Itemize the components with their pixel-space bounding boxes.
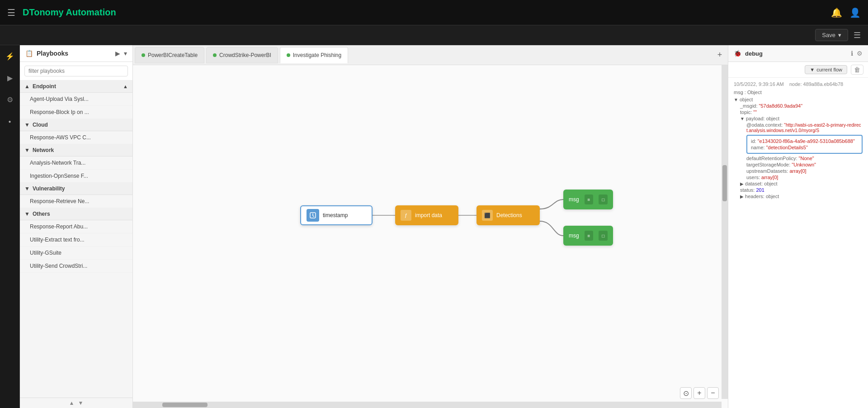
save-dropdown-icon[interactable]: ▾ [838,32,841,38]
tree-payload-children: @odata.context: "http://wabi-us-east2-b-… [740,122,863,180]
collapse-object-icon[interactable]: ▼ [734,97,738,102]
collapse-payload-icon[interactable]: ▼ [740,116,745,121]
add-tab-button[interactable]: + [713,49,726,62]
debug-time: 10/5/2022, 9:39:16 AM [734,81,784,87]
tree-odata-context: @odata.context: "http://wabi-us-east2-b-… [746,122,863,133]
sidebar-category-endpoint[interactable]: ▲ Endpoint ▲ [20,81,132,93]
scroll-thumb-h[interactable] [162,403,208,407]
tree-users-value: array[0] [761,175,778,180]
sidebar-item-ingestion-opnsense[interactable]: Ingestion-OpnSense F... [20,170,132,183]
sidebar-item-utility-gsuite[interactable]: Utility-GSuite [20,247,132,260]
tree-users: users: array[0] [746,175,863,180]
expand-dataset-icon[interactable]: ▶ [740,181,744,186]
tree-payload-root[interactable]: ▼ payload: object [740,116,863,121]
chevron-down-vuln-icon: ▼ [24,185,30,192]
tree-status-value: 201 [756,187,764,193]
filter-icon[interactable]: ⚙ [3,92,17,107]
msg2-square-icon: □ [599,231,608,241]
bell-icon[interactable]: 🔔 [831,7,842,18]
node-msg1[interactable]: msg ≡ □ [563,190,613,209]
canvas-scrollbar-horizontal[interactable] [133,402,722,408]
playbooks-header: 📋 Playbooks ▶ ▾ [20,45,132,62]
current-flow-label: current flow [816,67,842,72]
sidebar-category-network[interactable]: ▼ Network [20,144,132,157]
tree-retention: defaultRetentionPolicy: "None" [746,156,863,161]
tab-crowdstrike-powerbi[interactable]: CrowdStrike-PowerBI [206,47,278,63]
tree-name: name: "detectionDetails5" [751,145,858,150]
debug-info-icon[interactable]: ℹ [851,50,853,57]
play-icon[interactable]: ▶ [3,71,17,85]
sidebar-item-utility-extract[interactable]: Utility-Extract text fro... [20,233,132,247]
debug-panel: 🐞 debug ℹ ⚙ ▼ current flow 🗑 10/5/2022, … [728,45,868,408]
sidebar-category-others[interactable]: ▼ Others [20,208,132,220]
category-label-vulnerability: Vulnerability [33,185,65,192]
delete-debug-button[interactable]: 🗑 [851,65,863,75]
search-input[interactable] [24,66,128,76]
zoom-out-button[interactable]: − [707,387,719,399]
sidebar-item-aws-vpc[interactable]: Response-AWS VPC C... [20,131,132,144]
sidebar-item-response-retrieve[interactable]: Response-Retrieve Ne... [20,195,132,208]
scroll-down-arrow[interactable]: ▼ [78,400,84,406]
category-label-network: Network [33,147,54,153]
node-msg2[interactable]: msg ≡ □ [563,226,613,246]
sidebar-category-vulnerability[interactable]: ▼ Vulnerability [20,183,132,195]
tree-dataset-type: object [764,181,777,186]
sidebar-scroll[interactable]: ▲ Endpoint ▲ Agent-Upload Via Sysl... Re… [20,81,132,398]
tree-name-value: "detectionDetails5" [766,145,808,150]
zoom-fit-button[interactable]: ⊙ [680,387,692,399]
debug-bug-icon: 🐞 [734,50,741,57]
sidebar-item-response-report[interactable]: Response-Report Abu... [20,220,132,233]
sidebar-item-utility-send-crowd[interactable]: Utility-Send CrowdStri... [20,260,132,273]
node-import-data[interactable]: ƒ import data [395,205,458,225]
expand-headers-icon[interactable]: ▶ [740,194,744,199]
tab-dot-crowdstrike [213,53,217,57]
more-menu-icon[interactable]: ☰ [854,30,861,40]
canvas-scrollbar-vertical[interactable] [722,65,728,399]
bolt-icon[interactable]: ⚡ [3,49,17,63]
tree-dataset-label: dataset: [745,181,764,186]
chevron-down-header-icon[interactable]: ▾ [124,50,127,57]
tree-headers-root[interactable]: ▶ headers: object [740,194,863,199]
tab-label-powerbi: PowerBICreateTable [148,52,198,58]
sidebar-item-analysis-network[interactable]: Analysis-Network Tra... [20,157,132,170]
tab-investigate-phishing[interactable]: Investigate Phishing [280,47,348,63]
play-header-icon[interactable]: ▶ [115,50,120,57]
tree-object-root[interactable]: ▼ object [734,97,863,102]
tree-odata-key: @odata.context: [746,122,784,128]
filter-icon-cf: ▼ [810,67,815,72]
tree-dataset-root[interactable]: ▶ dataset: object [740,181,863,186]
sidebar-item-agent-upload[interactable]: Agent-Upload Via Sysl... [20,93,132,106]
dot-icon[interactable]: ● [3,114,17,128]
debug-header: 🐞 debug ℹ ⚙ [728,45,868,62]
tab-powerbi-create[interactable]: PowerBICreateTable [135,47,204,63]
chevron-up-icon: ▲ [24,83,30,90]
menu-icon[interactable]: ☰ [7,7,15,18]
category-label-endpoint: Endpoint [33,83,56,90]
tree-topic: topic: "" [740,109,863,115]
sidebar-category-cloud[interactable]: ▼ Cloud [20,119,132,131]
user-icon[interactable]: 👤 [849,7,861,18]
playbooks-sidebar: 📋 Playbooks ▶ ▾ ▲ Endpoint ▲ Agent-Uploa… [20,45,133,408]
tree-storage-mode: targetStorageMode: "Unknown" [746,162,863,167]
scroll-up-arrow[interactable]: ▲ [69,400,75,406]
debug-content[interactable]: 10/5/2022, 9:39:16 AM node: 489a88a.eb64… [728,78,868,408]
tabs-bar: PowerBICreateTable CrowdStrike-PowerBI I… [133,45,728,65]
current-flow-button[interactable]: ▼ current flow [805,65,847,74]
sidebar-item-response-block[interactable]: Response-Block Ip on ... [20,106,132,119]
icon-rail: ⚡ ▶ ⚙ ● [0,45,20,408]
flow-canvas[interactable]: timestamp ƒ import data ⬛ Detections msg… [133,65,728,408]
tree-id-key: id: [751,138,758,144]
debug-title-text: debug [745,50,847,57]
tab-dot-phishing [287,53,290,57]
debug-msg-label: msg : Object [734,90,863,95]
debug-settings-icon[interactable]: ⚙ [857,50,863,57]
node-timestamp[interactable]: timestamp [300,205,373,225]
scroll-thumb-v[interactable] [722,165,727,201]
zoom-in-button[interactable]: + [693,387,705,399]
node-detections[interactable]: ⬛ Detections [476,205,540,225]
tree-object-children: _msgid: "57da8d60.9ada94" topic: "" ▼ pa… [734,103,863,199]
save-button[interactable]: Save ▾ [815,29,848,41]
chevron-down-others-icon: ▼ [24,211,30,217]
chevron-down-network-icon: ▼ [24,147,30,153]
tree-retention-key: defaultRetentionPolicy: [746,156,799,161]
